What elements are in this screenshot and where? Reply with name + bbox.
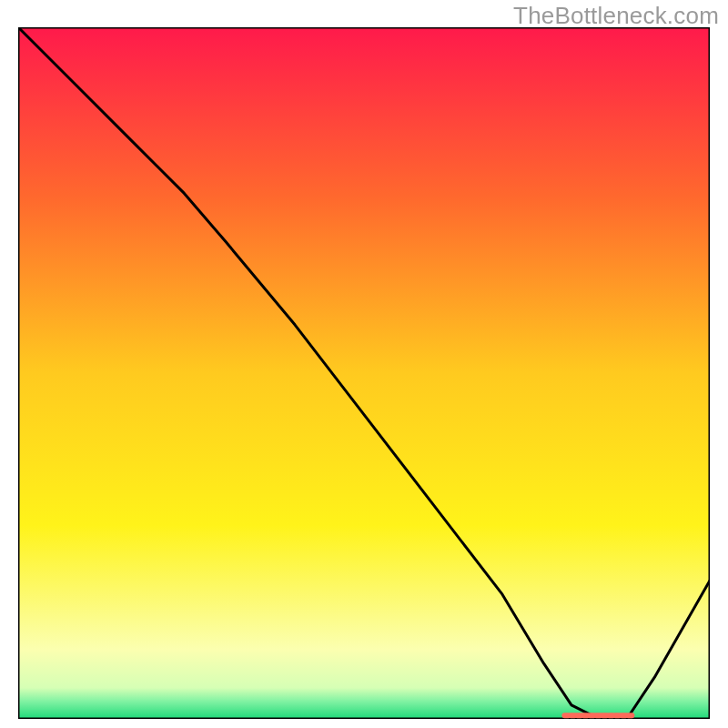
plot-area xyxy=(18,27,710,719)
watermark-text: TheBottleneck.com xyxy=(513,2,719,30)
chart-container: TheBottleneck.com xyxy=(0,0,728,728)
chart-svg xyxy=(18,27,710,719)
